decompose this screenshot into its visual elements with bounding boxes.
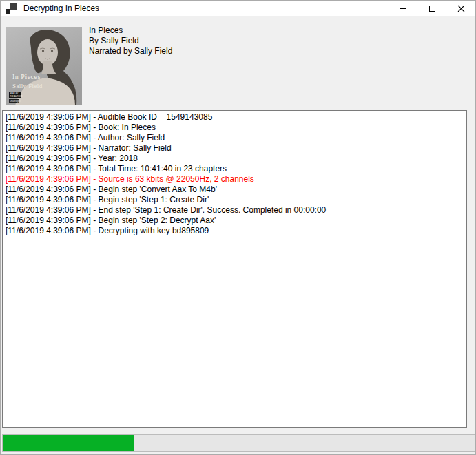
book-author: By Sally Field xyxy=(89,36,172,46)
log-line: [11/6/2019 4:39:06 PM] - Decrypting with… xyxy=(6,226,464,236)
progress-bar xyxy=(2,434,475,452)
cover-author-text: Sally Field xyxy=(12,83,43,89)
app-icon-square-big xyxy=(10,3,17,10)
log-line: [11/6/2019 4:39:06 PM] - Year: 2018 xyxy=(6,154,464,164)
maximize-icon xyxy=(429,6,435,12)
book-info: In Pieces By Sally Field Narrated by Sal… xyxy=(89,25,172,56)
cover-edition-text: Unabridged xyxy=(10,100,21,103)
log-line: [11/6/2019 4:39:06 PM] - Begin step 'Ste… xyxy=(6,215,464,226)
window-title: Decrypting In Pieces xyxy=(23,3,99,13)
close-button[interactable] xyxy=(446,1,475,16)
log-area[interactable]: [11/6/2019 4:39:06 PM] - Audible Book ID… xyxy=(2,110,467,428)
book-narrator: Narrated by Sally Field xyxy=(89,46,172,56)
log-line: [11/6/2019 4:39:06 PM] - Total Time: 10:… xyxy=(6,164,464,174)
book-title: In Pieces xyxy=(89,25,172,36)
book-cover-image: In Pieces Sally Field READ BY THE AUTHOR… xyxy=(6,27,82,105)
app-icon-square-small xyxy=(6,9,10,14)
app-window: Decrypting In Pieces xyxy=(0,0,476,455)
log-line: [11/6/2019 4:39:06 PM] - Book: In Pieces xyxy=(6,123,464,133)
log-line: [11/6/2019 4:39:06 PM] - Begin step 'Ste… xyxy=(6,195,464,205)
text-caret xyxy=(6,237,6,246)
minimize-icon xyxy=(400,8,406,9)
cover-badge-line2: THE AUTHOR xyxy=(10,95,22,98)
cover-title-text: In Pieces xyxy=(12,73,41,81)
log-line: [11/6/2019 4:39:06 PM] - Audible Book ID… xyxy=(6,112,464,123)
close-icon xyxy=(457,5,465,12)
progress-bar-fill xyxy=(3,435,134,451)
window-controls xyxy=(389,1,475,16)
log-line: [11/6/2019 4:39:06 PM] - End step 'Step … xyxy=(6,205,464,215)
log-line: [11/6/2019 4:39:06 PM] - Narrator: Sally… xyxy=(6,143,464,154)
maximize-button[interactable] xyxy=(417,1,446,16)
title-bar[interactable]: Decrypting In Pieces xyxy=(1,1,475,16)
log-line: [11/6/2019 4:39:06 PM] - Source is 63 kb… xyxy=(6,174,464,184)
log-line: [11/6/2019 4:39:06 PM] - Begin step 'Con… xyxy=(6,184,464,195)
minimize-button[interactable] xyxy=(389,1,417,16)
app-icon xyxy=(6,3,17,14)
log-line: [11/6/2019 4:39:06 PM] - Author: Sally F… xyxy=(6,133,464,143)
